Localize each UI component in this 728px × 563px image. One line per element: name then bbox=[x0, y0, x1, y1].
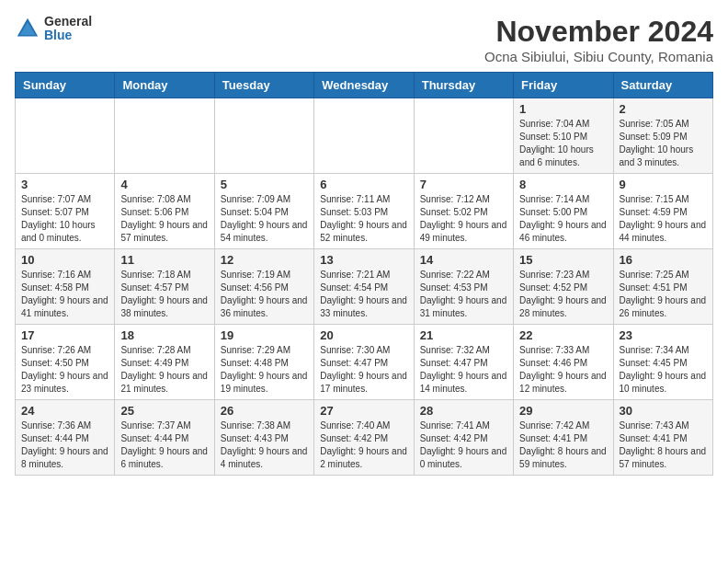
day-info: Sunrise: 7:09 AM Sunset: 5:04 PM Dayligh… bbox=[221, 193, 308, 245]
day-info: Sunrise: 7:04 AM Sunset: 5:10 PM Dayligh… bbox=[519, 118, 607, 169]
calendar-week-row: 10Sunrise: 7:16 AM Sunset: 4:58 PM Dayli… bbox=[16, 249, 713, 325]
calendar-header-cell: Sunday bbox=[16, 73, 115, 98]
day-number: 28 bbox=[420, 404, 507, 418]
day-info: Sunrise: 7:22 AM Sunset: 4:53 PM Dayligh… bbox=[420, 269, 507, 320]
day-info: Sunrise: 7:08 AM Sunset: 5:06 PM Dayligh… bbox=[120, 193, 208, 245]
day-number: 19 bbox=[221, 328, 308, 342]
day-number: 7 bbox=[420, 178, 507, 191]
calendar-day-cell: 27Sunrise: 7:40 AM Sunset: 4:42 PM Dayli… bbox=[314, 400, 414, 476]
calendar-day-cell: 5Sunrise: 7:09 AM Sunset: 5:04 PM Daylig… bbox=[214, 174, 313, 249]
day-info: Sunrise: 7:37 AM Sunset: 4:44 PM Dayligh… bbox=[120, 419, 208, 471]
calendar-header-cell: Wednesday bbox=[314, 73, 414, 98]
calendar-day-cell: 13Sunrise: 7:21 AM Sunset: 4:54 PM Dayli… bbox=[314, 249, 414, 325]
day-info: Sunrise: 7:11 AM Sunset: 5:03 PM Dayligh… bbox=[320, 193, 407, 245]
month-title: November 2024 bbox=[484, 15, 713, 49]
calendar-day-cell: 10Sunrise: 7:16 AM Sunset: 4:58 PM Dayli… bbox=[16, 249, 115, 325]
calendar-header-cell: Tuesday bbox=[214, 73, 313, 98]
logo-general-text: General bbox=[44, 15, 92, 29]
calendar-week-row: 17Sunrise: 7:26 AM Sunset: 4:50 PM Dayli… bbox=[16, 325, 713, 400]
calendar-header-cell: Saturday bbox=[613, 73, 712, 98]
calendar-week-row: 24Sunrise: 7:36 AM Sunset: 4:44 PM Dayli… bbox=[16, 400, 713, 476]
day-info: Sunrise: 7:41 AM Sunset: 4:42 PM Dayligh… bbox=[420, 419, 507, 471]
calendar-day-cell: 14Sunrise: 7:22 AM Sunset: 4:53 PM Dayli… bbox=[414, 249, 513, 325]
day-info: Sunrise: 7:38 AM Sunset: 4:43 PM Dayligh… bbox=[221, 419, 308, 471]
day-number: 3 bbox=[21, 178, 108, 191]
day-number: 26 bbox=[221, 404, 308, 418]
day-number: 6 bbox=[320, 178, 407, 191]
calendar-day-cell: 22Sunrise: 7:33 AM Sunset: 4:46 PM Dayli… bbox=[514, 325, 613, 400]
calendar-day-cell: 29Sunrise: 7:42 AM Sunset: 4:41 PM Dayli… bbox=[514, 400, 613, 476]
calendar-day-cell: 23Sunrise: 7:34 AM Sunset: 4:45 PM Dayli… bbox=[613, 325, 712, 400]
day-info: Sunrise: 7:42 AM Sunset: 4:41 PM Dayligh… bbox=[519, 419, 607, 471]
day-info: Sunrise: 7:18 AM Sunset: 4:57 PM Dayligh… bbox=[120, 269, 208, 320]
calendar-day-cell: 11Sunrise: 7:18 AM Sunset: 4:57 PM Dayli… bbox=[115, 249, 214, 325]
day-info: Sunrise: 7:43 AM Sunset: 4:41 PM Dayligh… bbox=[620, 419, 707, 471]
day-number: 29 bbox=[519, 404, 607, 418]
day-number: 15 bbox=[519, 253, 607, 267]
day-info: Sunrise: 7:25 AM Sunset: 4:51 PM Dayligh… bbox=[620, 269, 707, 320]
day-number: 23 bbox=[620, 328, 707, 342]
day-info: Sunrise: 7:23 AM Sunset: 4:52 PM Dayligh… bbox=[519, 269, 607, 320]
calendar-header-cell: Monday bbox=[115, 73, 214, 98]
day-info: Sunrise: 7:36 AM Sunset: 4:44 PM Dayligh… bbox=[21, 419, 108, 471]
calendar-day-cell bbox=[314, 98, 414, 174]
day-info: Sunrise: 7:33 AM Sunset: 4:46 PM Dayligh… bbox=[519, 344, 607, 396]
day-number: 4 bbox=[120, 178, 208, 191]
day-number: 25 bbox=[120, 404, 208, 418]
calendar-day-cell: 30Sunrise: 7:43 AM Sunset: 4:41 PM Dayli… bbox=[613, 400, 712, 476]
logo-blue-text: Blue bbox=[44, 29, 92, 42]
calendar-day-cell: 7Sunrise: 7:12 AM Sunset: 5:02 PM Daylig… bbox=[414, 174, 513, 249]
day-number: 16 bbox=[620, 253, 707, 267]
day-number: 27 bbox=[320, 404, 407, 418]
day-info: Sunrise: 7:14 AM Sunset: 5:00 PM Dayligh… bbox=[519, 193, 607, 245]
logo: General Blue bbox=[15, 15, 92, 43]
day-number: 24 bbox=[21, 404, 108, 418]
day-info: Sunrise: 7:32 AM Sunset: 4:47 PM Dayligh… bbox=[420, 344, 507, 396]
day-number: 11 bbox=[120, 253, 208, 267]
day-number: 30 bbox=[620, 404, 707, 418]
day-number: 17 bbox=[21, 328, 108, 342]
day-info: Sunrise: 7:19 AM Sunset: 4:56 PM Dayligh… bbox=[221, 269, 308, 320]
day-number: 9 bbox=[620, 178, 707, 191]
calendar-day-cell: 19Sunrise: 7:29 AM Sunset: 4:48 PM Dayli… bbox=[214, 325, 313, 400]
calendar-day-cell: 2Sunrise: 7:05 AM Sunset: 5:09 PM Daylig… bbox=[613, 98, 712, 174]
calendar-day-cell bbox=[214, 98, 313, 174]
calendar-header-cell: Friday bbox=[514, 73, 613, 98]
calendar-table: SundayMondayTuesdayWednesdayThursdayFrid… bbox=[15, 72, 713, 476]
day-info: Sunrise: 7:28 AM Sunset: 4:49 PM Dayligh… bbox=[120, 344, 208, 396]
day-info: Sunrise: 7:30 AM Sunset: 4:47 PM Dayligh… bbox=[320, 344, 407, 396]
calendar-week-row: 3Sunrise: 7:07 AM Sunset: 5:07 PM Daylig… bbox=[16, 174, 713, 249]
calendar-day-cell: 3Sunrise: 7:07 AM Sunset: 5:07 PM Daylig… bbox=[16, 174, 115, 249]
day-info: Sunrise: 7:16 AM Sunset: 4:58 PM Dayligh… bbox=[21, 269, 108, 320]
day-info: Sunrise: 7:40 AM Sunset: 4:42 PM Dayligh… bbox=[320, 419, 407, 471]
day-number: 13 bbox=[320, 253, 407, 267]
title-area: November 2024 Ocna Sibiului, Sibiu Count… bbox=[484, 15, 713, 64]
calendar-day-cell: 9Sunrise: 7:15 AM Sunset: 4:59 PM Daylig… bbox=[613, 174, 712, 249]
calendar-header-row: SundayMondayTuesdayWednesdayThursdayFrid… bbox=[16, 73, 713, 98]
day-info: Sunrise: 7:26 AM Sunset: 4:50 PM Dayligh… bbox=[21, 344, 108, 396]
calendar-day-cell: 16Sunrise: 7:25 AM Sunset: 4:51 PM Dayli… bbox=[613, 249, 712, 325]
day-number: 1 bbox=[519, 102, 607, 116]
day-number: 21 bbox=[420, 328, 507, 342]
calendar-day-cell bbox=[414, 98, 513, 174]
calendar-day-cell: 18Sunrise: 7:28 AM Sunset: 4:49 PM Dayli… bbox=[115, 325, 214, 400]
calendar-day-cell: 6Sunrise: 7:11 AM Sunset: 5:03 PM Daylig… bbox=[314, 174, 414, 249]
calendar-day-cell bbox=[115, 98, 214, 174]
location-title: Ocna Sibiului, Sibiu County, Romania bbox=[484, 49, 713, 64]
calendar-week-row: 1Sunrise: 7:04 AM Sunset: 5:10 PM Daylig… bbox=[16, 98, 713, 174]
calendar-day-cell: 20Sunrise: 7:30 AM Sunset: 4:47 PM Dayli… bbox=[314, 325, 414, 400]
calendar-body: 1Sunrise: 7:04 AM Sunset: 5:10 PM Daylig… bbox=[16, 98, 713, 476]
calendar-day-cell: 12Sunrise: 7:19 AM Sunset: 4:56 PM Dayli… bbox=[214, 249, 313, 325]
day-number: 2 bbox=[620, 102, 707, 116]
calendar-day-cell: 17Sunrise: 7:26 AM Sunset: 4:50 PM Dayli… bbox=[16, 325, 115, 400]
day-info: Sunrise: 7:07 AM Sunset: 5:07 PM Dayligh… bbox=[21, 193, 108, 245]
logo-icon bbox=[15, 16, 40, 41]
calendar-header-cell: Thursday bbox=[414, 73, 513, 98]
calendar-day-cell: 15Sunrise: 7:23 AM Sunset: 4:52 PM Dayli… bbox=[514, 249, 613, 325]
day-number: 12 bbox=[221, 253, 308, 267]
day-info: Sunrise: 7:34 AM Sunset: 4:45 PM Dayligh… bbox=[620, 344, 707, 396]
day-number: 5 bbox=[221, 178, 308, 191]
day-info: Sunrise: 7:21 AM Sunset: 4:54 PM Dayligh… bbox=[320, 269, 407, 320]
calendar-day-cell: 26Sunrise: 7:38 AM Sunset: 4:43 PM Dayli… bbox=[214, 400, 313, 476]
day-number: 18 bbox=[120, 328, 208, 342]
